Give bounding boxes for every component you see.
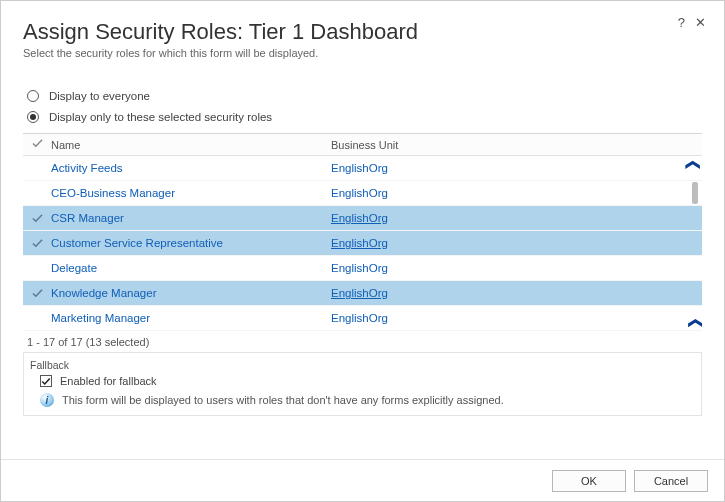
dialog-subtitle: Select the security roles for which this… — [23, 47, 702, 59]
radio-label: Display to everyone — [49, 90, 150, 102]
table-row[interactable]: Customer Service RepresentativeEnglishOr… — [23, 231, 702, 256]
role-name-link[interactable]: Delegate — [51, 262, 97, 274]
column-header-bu[interactable]: Business Unit — [331, 139, 702, 151]
ok-button[interactable]: OK — [552, 470, 626, 492]
role-name-link[interactable]: Activity Feeds — [51, 162, 123, 174]
radio-label: Display only to these selected security … — [49, 111, 272, 123]
role-name-link[interactable]: CSR Manager — [51, 212, 124, 224]
grid-header: Name Business Unit — [23, 134, 702, 156]
cancel-button[interactable]: Cancel — [634, 470, 708, 492]
pager-text: 1 - 17 of 17 (13 selected) — [23, 332, 702, 353]
business-unit-link[interactable]: EnglishOrg — [331, 212, 388, 224]
radio-icon — [27, 90, 39, 102]
column-header-name[interactable]: Name — [51, 139, 331, 151]
scrollbar[interactable]: ❮ ❯ — [686, 156, 702, 332]
dialog-title: Assign Security Roles: Tier 1 Dashboard — [23, 19, 702, 45]
radio-icon — [27, 111, 39, 123]
close-icon[interactable]: ✕ — [695, 15, 706, 30]
grid-rows: Activity FeedsEnglishOrgCEO-Business Man… — [23, 156, 702, 332]
fallback-section: Fallback Enabled for fallback i This for… — [23, 353, 702, 416]
business-unit-link[interactable]: EnglishOrg — [331, 262, 388, 274]
table-row[interactable]: Knowledge ManagerEnglishOrg — [23, 281, 702, 306]
info-icon: i — [40, 393, 54, 407]
table-row[interactable]: CSR ManagerEnglishOrg — [23, 206, 702, 231]
business-unit-link[interactable]: EnglishOrg — [331, 312, 388, 324]
table-row[interactable]: DelegateEnglishOrg — [23, 256, 702, 281]
fallback-checkbox[interactable] — [40, 375, 52, 387]
business-unit-link[interactable]: EnglishOrg — [331, 187, 388, 199]
table-row[interactable]: Marketing ManagerEnglishOrg — [23, 306, 702, 331]
table-row[interactable]: Activity FeedsEnglishOrg — [23, 156, 702, 181]
fallback-heading: Fallback — [30, 357, 695, 375]
scroll-up-icon[interactable]: ❮ — [687, 159, 701, 171]
role-name-link[interactable]: CEO-Business Manager — [51, 187, 175, 199]
dialog-body: ? ✕ Assign Security Roles: Tier 1 Dashbo… — [1, 1, 724, 416]
role-name-link[interactable]: Customer Service Representative — [51, 237, 223, 249]
role-name-link[interactable]: Knowledge Manager — [51, 287, 157, 299]
row-check-icon[interactable] — [23, 213, 51, 224]
role-name-link[interactable]: Marketing Manager — [51, 312, 150, 324]
business-unit-link[interactable]: EnglishOrg — [331, 237, 388, 249]
scroll-thumb[interactable] — [692, 182, 698, 204]
dialog-footer: OK Cancel — [1, 459, 724, 501]
row-check-icon[interactable] — [23, 288, 51, 299]
business-unit-link[interactable]: EnglishOrg — [331, 162, 388, 174]
radio-display-everyone[interactable]: Display to everyone — [23, 87, 702, 108]
row-check-icon[interactable] — [23, 238, 51, 249]
fallback-label: Enabled for fallback — [60, 375, 157, 387]
radio-display-selected[interactable]: Display only to these selected security … — [23, 108, 702, 129]
table-row[interactable]: CEO-Business ManagerEnglishOrg — [23, 181, 702, 206]
scroll-down-icon[interactable]: ❯ — [687, 317, 701, 329]
business-unit-link[interactable]: EnglishOrg — [331, 287, 388, 299]
select-all-check-icon[interactable] — [32, 138, 43, 151]
display-options: Display to everyone Display only to thes… — [23, 87, 702, 129]
roles-grid: Name Business Unit Activity FeedsEnglish… — [23, 133, 702, 416]
fallback-help-text: This form will be displayed to users wit… — [62, 394, 504, 406]
help-icon[interactable]: ? — [678, 15, 685, 30]
